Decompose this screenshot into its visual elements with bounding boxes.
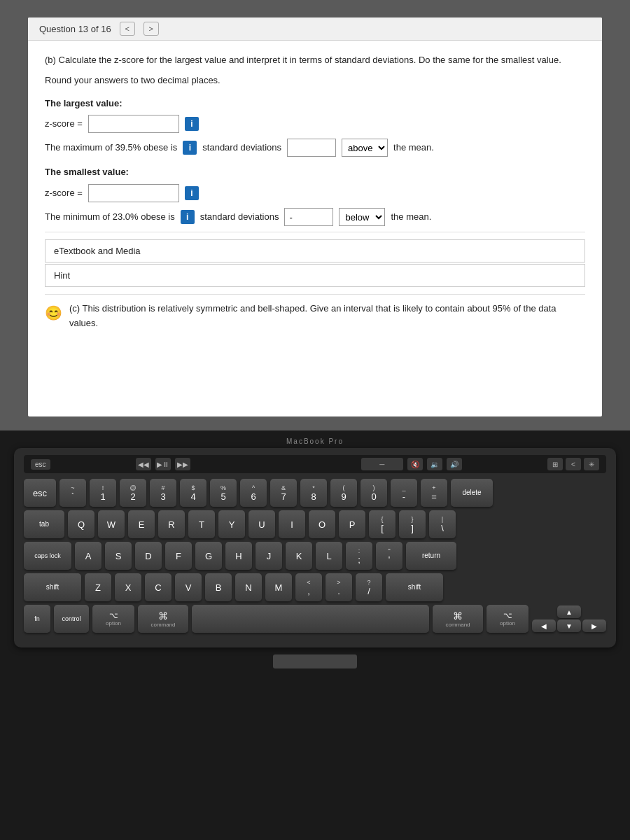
key-caps-lock[interactable]: caps lock [24,542,71,570]
key-arrow-left[interactable]: ◀ [532,620,556,632]
key-arrow-up[interactable]: ▲ [557,606,581,618]
hint-button[interactable]: Hint [45,264,585,287]
key-lbracket[interactable]: {[ [369,510,396,538]
key-c[interactable]: C [145,573,172,601]
part-c-icon: 😊 [45,302,62,324]
mean-label-2: the mean. [391,210,431,225]
etextbook-button[interactable]: eTextbook and Media [45,239,585,262]
key-y[interactable]: Y [218,510,245,538]
key-control[interactable]: control [54,605,89,633]
above-below-dropdown-2[interactable]: below above [339,208,385,226]
touch-misc[interactable]: < [566,458,581,470]
key-m[interactable]: M [265,573,292,601]
key-esc[interactable]: esc [24,479,56,507]
key-option-left[interactable]: ⌥ option [92,605,134,633]
key-x[interactable]: X [115,573,141,601]
zscore-info-btn-1[interactable]: i [185,117,199,131]
key-l[interactable]: L [316,542,342,570]
above-below-dropdown-1[interactable]: above below [342,139,388,157]
key-tilde[interactable]: ~` [59,479,86,507]
touch-vol-2[interactable]: 🔇 [407,458,423,470]
std-dev-input-2[interactable] [284,208,333,226]
key-2[interactable]: @2 [120,479,146,507]
key-h[interactable]: H [225,542,252,570]
zscore-input-1[interactable] [88,115,179,133]
key-minus[interactable]: _- [391,479,417,507]
key-f[interactable]: F [165,542,192,570]
key-7[interactable]: &7 [270,479,297,507]
key-quote[interactable]: "' [376,542,402,570]
key-4[interactable]: $4 [180,479,206,507]
nav-forward-button[interactable]: > [144,22,159,36]
touch-media-2[interactable]: ▶⏸ [155,458,171,470]
key-q[interactable]: Q [68,510,94,538]
trackpad [273,654,357,668]
max-info-btn[interactable]: i [183,141,197,155]
key-s[interactable]: S [105,542,132,570]
key-v[interactable]: V [175,573,202,601]
key-command-left[interactable]: ⌘ command [138,605,188,633]
key-8[interactable]: *8 [300,479,327,507]
key-space[interactable] [192,605,429,633]
touch-settings[interactable]: ✳ [584,458,599,470]
key-5[interactable]: %5 [210,479,237,507]
touch-vol-3[interactable]: 🔉 [427,458,442,470]
key-z[interactable]: Z [85,573,111,601]
screen-bezel: Question 13 of 16 < > (b) Calculate the … [0,0,630,434]
key-0[interactable]: )0 [360,479,387,507]
key-p[interactable]: P [339,510,365,538]
key-j[interactable]: J [255,542,282,570]
key-n[interactable]: N [235,573,262,601]
key-9[interactable]: (9 [330,479,357,507]
touch-screen[interactable]: ⊞ [547,458,563,470]
key-e[interactable]: E [128,510,155,538]
key-d[interactable]: D [135,542,162,570]
number-row: esc ~` !1 @2 #3 $4 %5 ^6 &7 *8 (9 )0 _- … [24,479,606,507]
mean-label-1: the mean. [393,141,434,155]
key-w[interactable]: W [98,510,125,538]
key-b[interactable]: B [205,573,232,601]
key-6[interactable]: ^6 [240,479,267,507]
max-row: The maximum of 39.5% obese is i standard… [45,139,585,157]
key-k[interactable]: K [286,542,312,570]
std-dev-label-2: standard deviations [200,210,279,225]
key-arrow-right[interactable]: ▶ [582,620,606,632]
zscore-input-2[interactable] [88,184,179,202]
zscore-info-btn-2[interactable]: i [185,186,199,200]
key-3[interactable]: #3 [150,479,176,507]
key-return[interactable]: return [406,542,456,570]
key-r[interactable]: R [158,510,185,538]
touch-media-1[interactable]: ◀◀ [136,458,151,470]
key-tab[interactable]: tab [24,510,64,538]
key-comma[interactable]: <, [295,573,322,601]
key-u[interactable]: U [248,510,275,538]
touch-vol-1[interactable]: ─ [361,458,403,470]
key-rbracket[interactable]: }] [399,510,426,538]
key-g[interactable]: G [195,542,222,570]
key-option-right[interactable]: ⌥ option [486,605,528,633]
key-t[interactable]: T [188,510,215,538]
key-equals[interactable]: += [421,479,447,507]
arrow-keys: ▲ ◀ ▼ ▶ [532,606,606,632]
key-backslash[interactable]: |\ [429,510,456,538]
key-command-right[interactable]: ⌘ command [433,605,483,633]
min-row: The minimum of 23.0% obese is i standard… [45,208,585,226]
touch-media-3[interactable]: ▶▶ [175,458,190,470]
key-1[interactable]: !1 [90,479,116,507]
key-period[interactable]: >. [326,573,352,601]
std-dev-input-1[interactable] [287,139,336,157]
key-slash[interactable]: ?/ [356,573,382,601]
key-delete[interactable]: delete [451,479,493,507]
key-arrow-down[interactable]: ▼ [557,620,581,632]
key-fn[interactable]: fn [24,605,50,633]
key-o[interactable]: O [309,510,335,538]
nav-back-button[interactable]: < [120,22,135,36]
key-i[interactable]: I [279,510,305,538]
key-shift-right[interactable]: shift [386,573,443,601]
touch-vol-4[interactable]: 🔊 [447,458,462,470]
key-shift-left[interactable]: shift [24,573,81,601]
esc-touch[interactable]: esc [31,459,50,470]
min-info-btn[interactable]: i [181,210,195,224]
key-semicolon[interactable]: :; [346,542,372,570]
key-a[interactable]: A [75,542,102,570]
